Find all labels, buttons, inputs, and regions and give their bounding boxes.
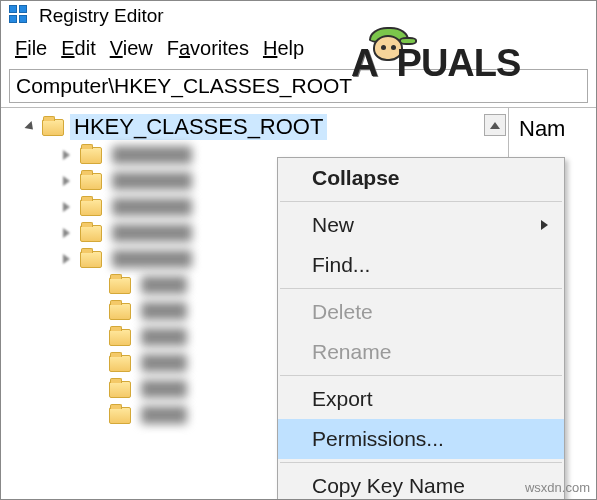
blurred-label	[141, 302, 187, 320]
blurred-label	[141, 328, 187, 346]
address-path: Computer\HKEY_CLASSES_ROOT	[16, 74, 352, 97]
folder-icon	[80, 173, 102, 190]
blurred-label	[141, 380, 187, 398]
folder-icon	[109, 277, 131, 294]
blurred-label	[112, 250, 192, 268]
chevron-right-icon	[63, 176, 70, 186]
ctx-collapse[interactable]: Collapse	[278, 158, 564, 198]
scroll-up-button[interactable]	[484, 114, 506, 136]
chevron-right-icon	[63, 202, 70, 212]
context-menu: Collapse New Find... Delete Rename Expor…	[277, 157, 565, 500]
chevron-up-icon	[490, 122, 500, 129]
chevron-right-icon	[63, 254, 70, 264]
folder-icon	[80, 147, 102, 164]
ctx-separator	[280, 288, 562, 289]
folder-icon	[80, 225, 102, 242]
ctx-delete: Delete	[278, 292, 564, 332]
titlebar: Registry Editor	[1, 1, 596, 31]
ctx-separator	[280, 375, 562, 376]
ctx-rename: Rename	[278, 332, 564, 372]
ctx-separator	[280, 201, 562, 202]
blurred-label	[141, 276, 187, 294]
expander-icon[interactable]	[24, 121, 36, 133]
folder-icon	[80, 251, 102, 268]
folder-icon	[109, 407, 131, 424]
blurred-label	[112, 224, 192, 242]
chevron-right-icon	[63, 150, 70, 160]
chevron-right-icon	[63, 228, 70, 238]
menubar: File Edit View Favorites Help	[1, 31, 596, 68]
column-header-name[interactable]: Nam	[519, 114, 586, 144]
address-bar[interactable]: Computer\HKEY_CLASSES_ROOT	[9, 69, 588, 103]
ctx-find[interactable]: Find...	[278, 245, 564, 285]
folder-icon	[109, 355, 131, 372]
ctx-separator	[280, 462, 562, 463]
blurred-label	[112, 172, 192, 190]
menu-edit[interactable]: Edit	[61, 37, 95, 60]
ctx-export[interactable]: Export	[278, 379, 564, 419]
menu-help[interactable]: Help	[263, 37, 304, 60]
blurred-label	[112, 198, 192, 216]
folder-icon	[109, 303, 131, 320]
folder-icon	[109, 381, 131, 398]
window-title: Registry Editor	[39, 5, 164, 27]
folder-icon	[109, 329, 131, 346]
tree-node-label: HKEY_CLASSES_ROOT	[70, 114, 327, 140]
blurred-label	[141, 406, 187, 424]
menu-favorites[interactable]: Favorites	[167, 37, 249, 60]
folder-icon	[42, 119, 64, 136]
tree-node-selected[interactable]: HKEY_CLASSES_ROOT	[1, 112, 508, 142]
ctx-copy-key-name[interactable]: Copy Key Name	[278, 466, 564, 500]
ctx-new[interactable]: New	[278, 205, 564, 245]
blurred-label	[141, 354, 187, 372]
ctx-permissions[interactable]: Permissions...	[278, 419, 564, 459]
folder-icon	[80, 199, 102, 216]
menu-file[interactable]: File	[15, 37, 47, 60]
blurred-label	[112, 146, 192, 164]
menu-view[interactable]: View	[110, 37, 153, 60]
regedit-icon	[9, 5, 31, 27]
